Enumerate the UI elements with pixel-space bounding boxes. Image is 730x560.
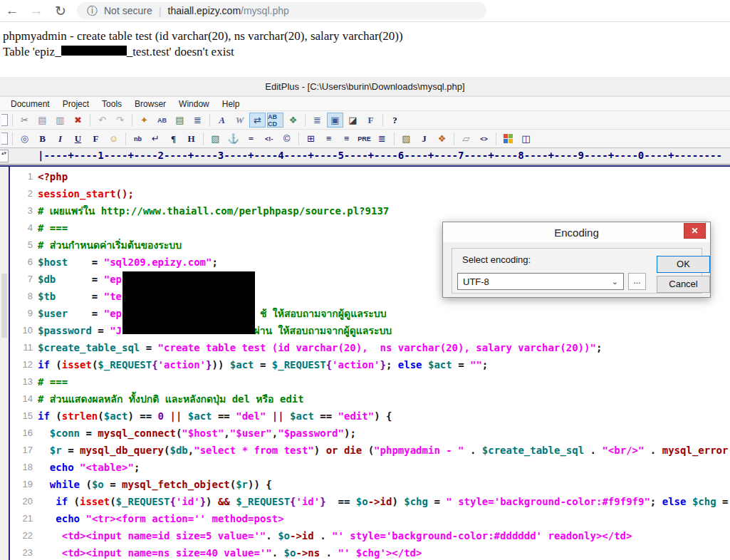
preformatted-icon[interactable]: PRE xyxy=(356,131,372,146)
output-window-icon[interactable]: ≣ xyxy=(309,113,325,128)
image-tag-icon[interactable]: ▧ xyxy=(207,131,224,146)
menu-window[interactable]: Window xyxy=(172,99,216,109)
toolbar-separator xyxy=(12,114,13,127)
address-bar[interactable]: ⓘ Not secure | thaiall.epizy.com/mysql.p… xyxy=(77,2,486,19)
menu-browser[interactable]: Browser xyxy=(128,99,172,109)
emoticon-icon[interactable]: ☺ xyxy=(105,131,122,146)
align-right-icon[interactable]: ≡ xyxy=(338,131,355,146)
code-line-text: <?php xyxy=(38,168,68,185)
script-tag-icon[interactable]: ▨ xyxy=(398,131,414,146)
page-output-line1: phpmyadmin - create table test (id varch… xyxy=(0,23,730,44)
scrollbar-fragment[interactable] xyxy=(1,274,7,338)
font-tag-icon[interactable]: F xyxy=(88,131,104,146)
dialog-title-bar[interactable]: Encoding ✕ xyxy=(443,222,710,242)
menu-help[interactable]: Help xyxy=(216,99,246,109)
special-char-icon[interactable]: © xyxy=(278,131,295,146)
code-line-text: while ($o = mysql_fetch_object($r)) { xyxy=(38,476,272,493)
object-tag-icon[interactable]: ❖ xyxy=(434,131,450,146)
code-line-text: echo "<tr><form action='' method=post> xyxy=(38,510,284,527)
redo-icon[interactable]: ↷ xyxy=(112,113,128,128)
line-number: 17 xyxy=(11,442,33,459)
table-tag-icon[interactable]: ⊞ xyxy=(303,131,319,146)
code-line: 23 <td><input name=ns size=40 value='". … xyxy=(11,544,730,560)
code-line-text: if (isset($_REQUEST{'action'})) $act = $… xyxy=(38,356,488,373)
close-icon[interactable]: ✕ xyxy=(684,223,706,239)
browser-toolbar: ← → ↻ ⓘ Not secure | thaiall.epizy.com/m… xyxy=(0,0,730,22)
comment-tag-icon[interactable]: <!- xyxy=(261,131,277,146)
align-center-icon[interactable]: ≡ xyxy=(320,131,337,146)
code-line-text: # ส่วนกำหนดค่าเริ่มต้นของระบบ xyxy=(38,237,182,254)
underline-icon[interactable]: U xyxy=(70,131,86,146)
left-edge-strip xyxy=(0,167,10,560)
line-number: 6 xyxy=(11,254,33,271)
back-icon[interactable]: ← xyxy=(0,3,24,19)
line-number: 11 xyxy=(11,339,33,356)
window-title-bar[interactable]: EditPlus - [C:\Users\burin\Downloads\mys… xyxy=(0,77,730,96)
line-number: 18 xyxy=(11,459,33,476)
code-line: 11$create_table_sql = "create table test… xyxy=(11,339,730,356)
code-line-text: $create_table_sql = "create table test (… xyxy=(38,339,602,356)
menu-tools[interactable]: Tools xyxy=(95,99,128,109)
font-style-icon[interactable]: A xyxy=(214,113,230,128)
reload-icon[interactable]: ↻ xyxy=(48,3,73,19)
paragraph-icon[interactable]: ¶ xyxy=(165,131,182,146)
delete-icon[interactable]: ✖ xyxy=(70,113,86,128)
line-number: 15 xyxy=(11,408,33,425)
bold-icon[interactable]: B xyxy=(34,131,51,146)
encoding-dialog: Encoding ✕ Select encoding: UTF-8 ⌄ ... … xyxy=(442,222,711,298)
insert-list-icon[interactable]: ≣ xyxy=(189,113,206,128)
replace-icon[interactable]: AB xyxy=(154,113,170,128)
custom-tag-icon[interactable]: <> xyxy=(476,131,492,146)
function-list-icon[interactable]: F xyxy=(363,113,379,128)
menu-document[interactable]: Document xyxy=(4,99,56,109)
list-tag-icon[interactable]: ≣ xyxy=(374,131,390,146)
java-applet-icon[interactable]: J xyxy=(416,131,432,146)
dialog-title: Encoding xyxy=(554,227,599,239)
code-line: 13# === xyxy=(11,373,730,390)
menu-project[interactable]: Project xyxy=(56,99,95,109)
word-count-icon[interactable]: W xyxy=(231,113,248,128)
line-number: 9 xyxy=(11,305,33,322)
copy-icon[interactable]: ▤ xyxy=(34,113,51,128)
user-tool-icon[interactable]: ◪ xyxy=(345,113,361,128)
line-break-icon[interactable]: ↵ xyxy=(147,131,164,146)
code-line: 12if (isset($_REQUEST{'action'})) $act =… xyxy=(11,356,730,373)
undo-icon[interactable]: ↶ xyxy=(94,113,110,128)
cut-icon[interactable]: ✂ xyxy=(16,113,33,128)
encoding-combobox[interactable]: UTF-8 ⌄ xyxy=(457,273,624,290)
line-number: 3 xyxy=(11,202,33,219)
line-number: 12 xyxy=(11,356,33,373)
duplicate-icon[interactable]: ▤ xyxy=(172,113,188,128)
nonbreaking-space-icon[interactable]: nb xyxy=(130,131,146,146)
code-line: 19 while ($o = mysql_fetch_object($r)) { xyxy=(11,476,730,493)
forward-icon[interactable]: → xyxy=(24,3,48,19)
italic-icon[interactable]: I xyxy=(52,131,68,146)
ok-button[interactable]: OK xyxy=(657,256,710,273)
windows-colors-icon[interactable] xyxy=(500,131,516,146)
scroll-fragment: ▴▾ xyxy=(0,150,9,162)
anchor-tag-icon[interactable]: ⚓ xyxy=(225,131,241,146)
line-number: 23 xyxy=(11,544,33,560)
paste-icon[interactable]: ▥ xyxy=(52,113,68,128)
code-line-text: <td><input name=id size=5 value='". $o->… xyxy=(38,527,632,544)
context-help-icon[interactable]: ? xyxy=(387,113,403,128)
code-line: 21 echo "<tr><form action='' method=post… xyxy=(11,510,730,527)
toolbar-separator xyxy=(496,133,496,145)
cancel-button[interactable]: Cancel xyxy=(657,276,710,293)
convert-case-icon[interactable]: AB CD xyxy=(267,113,283,128)
partial-icon xyxy=(1,114,8,126)
browse-encodings-button[interactable]: ... xyxy=(628,273,646,290)
code-line-text: echo "<table>"; xyxy=(38,459,140,476)
side-panel-icon[interactable]: ▣ xyxy=(327,113,343,128)
code-line-text: # === xyxy=(38,219,68,237)
horizontal-rule-icon[interactable]: = xyxy=(243,131,259,146)
word-wrap-icon[interactable]: ⇄ xyxy=(249,113,266,128)
open-folder-icon[interactable]: ▱ xyxy=(458,131,474,146)
stamp-icon[interactable]: ❖ xyxy=(285,113,301,128)
heading-icon[interactable]: H xyxy=(183,131,199,146)
split-window-icon[interactable]: ◫ xyxy=(518,131,534,146)
info-icon[interactable]: ⓘ xyxy=(87,4,98,18)
browser-preview-icon[interactable]: ◎ xyxy=(16,131,33,146)
code-line-text: # === xyxy=(38,373,68,390)
find-icon[interactable]: ✦ xyxy=(136,113,152,128)
